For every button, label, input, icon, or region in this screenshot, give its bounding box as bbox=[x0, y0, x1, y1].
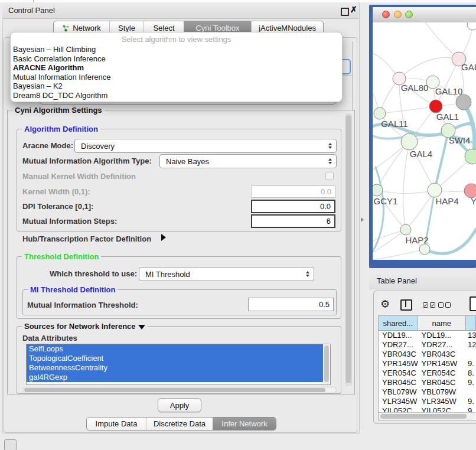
mi-steps-field[interactable]: 6 bbox=[251, 214, 335, 228]
data-attribute-item[interactable]: SelfLoops bbox=[27, 344, 323, 354]
column-header-shared[interactable]: shared... bbox=[379, 316, 418, 330]
table-row[interactable]: YER054CYER054C8. bbox=[379, 369, 476, 378]
hub-section-label: Hub/Transcription Factor Definition bbox=[22, 234, 151, 243]
table-cell: YPR145W bbox=[379, 359, 418, 369]
network-node[interactable] bbox=[467, 22, 476, 30]
spinner-arrows-icon bbox=[306, 271, 309, 277]
table-row[interactable]: YLR345WYLR345W9. bbox=[379, 397, 476, 406]
network-node-hap2[interactable] bbox=[400, 224, 411, 235]
network-node-label: GAL80 bbox=[401, 83, 429, 93]
table-row[interactable]: YBL079WYBL079W bbox=[379, 387, 476, 397]
table-cell: YBL079W bbox=[418, 387, 467, 397]
table-row[interactable]: YDL19...YDL19...13 bbox=[379, 331, 476, 340]
select-all-icon[interactable]: ✓ bbox=[430, 302, 435, 308]
network-node-label: GAL bbox=[461, 62, 476, 72]
gear-icon[interactable]: ⚙ bbox=[380, 298, 390, 311]
document-icon[interactable] bbox=[470, 296, 476, 311]
table-horizontal-scrollbar[interactable] bbox=[379, 412, 475, 420]
deselect-all-icon[interactable] bbox=[438, 302, 444, 308]
bottom-left-panel-icon[interactable] bbox=[4, 439, 17, 450]
algorithm-definition-title: Algorithm Definition bbox=[22, 125, 100, 133]
apply-button[interactable]: Apply bbox=[158, 398, 201, 412]
kernel-width-field[interactable]: 0.0 bbox=[251, 185, 335, 198]
minimize-traffic-light-icon[interactable] bbox=[394, 11, 402, 18]
column-header-partial[interactable] bbox=[466, 316, 476, 330]
network-node[interactable] bbox=[419, 244, 430, 255]
network-icon bbox=[62, 24, 70, 32]
table-cell: 8. bbox=[466, 369, 476, 378]
data-attributes-list: SelfLoopsTopologicalCoefficientBetweenne… bbox=[26, 344, 331, 385]
deselect-all-icon[interactable] bbox=[445, 302, 451, 308]
aracne-mode-combo[interactable]: Discovery bbox=[74, 139, 337, 153]
close-traffic-light-icon[interactable] bbox=[382, 11, 390, 18]
manual-kernel-checkbox[interactable] bbox=[325, 172, 334, 180]
data-attribute-item[interactable]: gal4RGexp bbox=[27, 373, 323, 382]
table-cell: YPR145W bbox=[418, 359, 467, 369]
table-row[interactable]: YBR043CYBR043C bbox=[379, 350, 476, 359]
control-panel-title: Control Panel bbox=[8, 6, 55, 15]
zoom-traffic-light-icon[interactable] bbox=[405, 11, 413, 18]
network-node-label: GAL4 bbox=[410, 149, 432, 159]
algorithm-dropdown-item[interactable]: Dream8 DC_TDC Algorithm bbox=[11, 91, 342, 100]
table-row[interactable]: YPR145WYPR145W9. bbox=[379, 359, 476, 369]
network-canvas[interactable]: GALGAL80GAL10GAL1GAL11SWI4GAL4GCY1HAP4YH… bbox=[373, 22, 476, 260]
aracne-mode-label: Aracne Mode: bbox=[22, 141, 73, 150]
dpi-tolerance-label: DPI Tolerance [0,1]: bbox=[22, 202, 93, 211]
settings-vertical-scrollbar[interactable] bbox=[345, 113, 352, 386]
collapse-arrow-icon[interactable] bbox=[138, 325, 145, 330]
algorithm-dropdown-item[interactable]: ARACNE Algorithm bbox=[11, 63, 342, 73]
tab-infer-network[interactable]: Infer Network bbox=[213, 418, 276, 430]
mi-steps-label: Mutual Information Steps: bbox=[22, 217, 117, 226]
tab-network-label: Network bbox=[73, 24, 101, 32]
network-node-gcy1[interactable] bbox=[373, 184, 383, 196]
float-window-icon[interactable] bbox=[341, 8, 349, 16]
list-horizontal-scrollbar[interactable] bbox=[22, 387, 337, 393]
network-node-gal11[interactable] bbox=[374, 107, 386, 119]
mi-algorithm-type-combo[interactable]: Naive Bayes bbox=[159, 154, 337, 168]
tab-discretize-data[interactable]: Discretize Data bbox=[146, 418, 213, 430]
table-cell: YBR043C bbox=[418, 350, 467, 359]
split-columns-icon[interactable] bbox=[400, 299, 412, 311]
network-node-hap4[interactable] bbox=[428, 183, 442, 197]
algorithm-dropdown-item[interactable]: Mutual Information Inference bbox=[11, 73, 342, 82]
table-header-row: shared... name bbox=[379, 316, 476, 331]
table-cell: YLR345W bbox=[418, 397, 467, 406]
network-node-label: SWI4 bbox=[449, 135, 471, 145]
groupbox-edge bbox=[341, 75, 353, 76]
data-attribute-item[interactable]: BetweennessCentrality bbox=[27, 363, 323, 373]
algorithm-dropdown-item[interactable]: Bayesian – K2 bbox=[11, 81, 342, 91]
table-cell: YER054C bbox=[379, 369, 418, 378]
expand-arrow-icon[interactable] bbox=[161, 234, 166, 241]
column-header-name[interactable]: name bbox=[418, 316, 467, 330]
data-attribute-item[interactable]: TopologicalCoefficient bbox=[27, 354, 323, 363]
tab-impute-data[interactable]: Impute Data bbox=[87, 418, 146, 430]
panel-divider-arrow[interactable] bbox=[361, 217, 364, 222]
algorithm-dropdown-item[interactable]: Basic Correlation Inference bbox=[11, 54, 342, 64]
select-all-icon[interactable]: ✓ bbox=[423, 302, 428, 308]
table-cell: YER054C bbox=[418, 369, 467, 378]
network-node[interactable] bbox=[456, 94, 471, 110]
table-cell: 9. bbox=[466, 378, 476, 387]
table-cell: YDR27... bbox=[418, 340, 467, 350]
list-vertical-scrollbar[interactable] bbox=[324, 345, 330, 384]
spinner-arrows-icon bbox=[328, 143, 332, 149]
network-node-gal1[interactable] bbox=[429, 100, 442, 113]
node-table: shared... name YDL19...YDL19...13YDR27..… bbox=[378, 315, 476, 420]
manual-kernel-label: Manual Kernel Width Definition bbox=[22, 172, 136, 181]
algorithm-dropdown-popup: Select algorithm to view settings Bayesi… bbox=[10, 32, 343, 102]
network-node-label: HAP2 bbox=[405, 235, 428, 245]
which-threshold-combo[interactable]: MI Threshold bbox=[139, 267, 314, 281]
table-cell bbox=[466, 350, 476, 359]
mi-threshold-field[interactable]: 0.5 bbox=[248, 298, 334, 311]
table-cell: YBR043C bbox=[379, 350, 418, 359]
table-row[interactable]: YBR045CYBR045C9. bbox=[379, 378, 476, 387]
dpi-tolerance-field[interactable]: 0.0 bbox=[251, 200, 335, 213]
table-row[interactable]: YDR27...YDR27...12 bbox=[379, 340, 476, 350]
algorithm-dropdown-items: Bayesian – Hill ClimbingBasic Correlatio… bbox=[11, 45, 342, 100]
mi-threshold-label: Mutual Information Threshold: bbox=[27, 301, 138, 309]
table-cell: YBR045C bbox=[418, 378, 467, 387]
network-node-gal4[interactable] bbox=[401, 133, 418, 150]
close-icon[interactable]: ✗ bbox=[350, 5, 357, 14]
algorithm-dropdown-item[interactable]: Bayesian – Hill Climbing bbox=[11, 45, 342, 54]
sources-group-title: Sources for Network Inference bbox=[22, 322, 148, 331]
